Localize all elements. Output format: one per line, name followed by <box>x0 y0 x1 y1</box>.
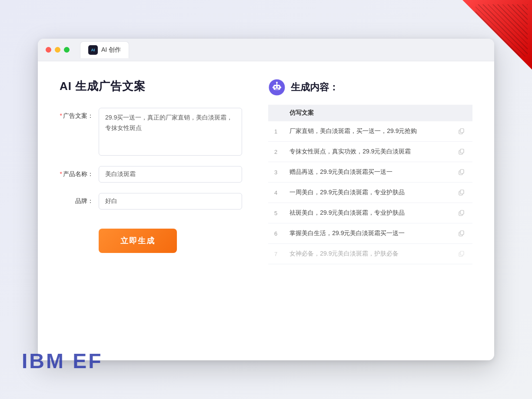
row-text: 女神必备，29.9元美白淡斑霜，护肤必备 <box>283 244 451 264</box>
svg-rect-16 <box>460 190 464 194</box>
main-content: AI 生成广告文案 *广告文案： *产品名称： 品牌： 立即生成 <box>38 61 494 360</box>
copy-cell <box>451 244 472 264</box>
row-number: 2 <box>268 142 283 162</box>
table-row: 4一周美白，29.9元美白淡斑霜，专业护肤品 <box>268 183 472 203</box>
close-button[interactable] <box>46 47 51 53</box>
col-text-header: 仿写文案 <box>283 105 451 121</box>
row-number: 7 <box>268 244 283 264</box>
product-name-group: *产品名称： <box>60 166 242 183</box>
copy-button[interactable] <box>457 188 466 197</box>
app-window: AI AI 创作 AI 生成广告文案 *广告文案： *产品名称： <box>38 39 494 360</box>
product-name-label: *产品名称： <box>60 166 99 178</box>
ad-copy-group: *广告文案： <box>60 108 242 156</box>
copy-button[interactable] <box>457 249 466 259</box>
copy-button[interactable] <box>457 167 466 177</box>
left-panel: AI 生成广告文案 *广告文案： *产品名称： 品牌： 立即生成 <box>60 79 242 343</box>
col-copy-header <box>451 105 472 121</box>
window-controls <box>46 47 70 53</box>
copy-button[interactable] <box>457 208 466 218</box>
table-header-row: 仿写文案 <box>268 105 472 121</box>
svg-rect-4 <box>275 89 279 90</box>
right-header: 生成内容： <box>268 79 472 96</box>
table-row: 5祛斑美白，29.9元美白淡斑霜，专业护肤品 <box>268 203 472 223</box>
product-name-input[interactable] <box>99 166 242 183</box>
svg-rect-12 <box>460 149 464 153</box>
ad-copy-label: *广告文案： <box>60 108 99 120</box>
table-row: 1厂家直销，美白淡斑霜，买一送一，29.9元抢购 <box>268 121 472 142</box>
right-title: 生成内容： <box>291 81 339 94</box>
ai-tab[interactable]: AI AI 创作 <box>80 41 129 58</box>
page-title: AI 生成广告文案 <box>60 79 242 94</box>
required-star-1: * <box>60 112 62 119</box>
svg-rect-14 <box>460 170 464 173</box>
copy-cell <box>451 183 472 203</box>
brand-input[interactable] <box>99 193 242 209</box>
svg-rect-22 <box>460 251 464 255</box>
svg-rect-10 <box>460 129 464 133</box>
brand-label: 品牌： <box>60 193 99 205</box>
brand-group: 品牌： <box>60 193 242 209</box>
copy-cell <box>451 223 472 244</box>
row-number: 3 <box>268 162 283 183</box>
row-text: 厂家直销，美白淡斑霜，买一送一，29.9元抢购 <box>283 121 451 142</box>
ad-copy-input[interactable] <box>99 108 242 156</box>
row-text: 赠品再送，29.9元美白淡斑霜买一送一 <box>283 162 451 183</box>
row-number: 1 <box>268 121 283 142</box>
table-row: 3赠品再送，29.9元美白淡斑霜买一送一 <box>268 162 472 183</box>
svg-point-6 <box>276 82 278 83</box>
col-num-header <box>268 105 283 121</box>
copy-button[interactable] <box>457 229 466 238</box>
ibm-ef-decoration: IBM EF <box>22 349 103 373</box>
svg-rect-20 <box>460 231 464 235</box>
copy-cell <box>451 142 472 162</box>
row-text: 掌握美白生活，29.9元美白淡斑霜买一送一 <box>283 223 451 244</box>
svg-rect-18 <box>460 210 464 214</box>
right-panel: 生成内容： 仿写文案 1厂家直销，美白淡斑霜，买一送一，29.9元抢购2专抹女性… <box>268 79 472 343</box>
svg-point-3 <box>278 86 279 88</box>
maximize-button[interactable] <box>64 47 70 53</box>
required-star-2: * <box>60 170 62 177</box>
svg-point-2 <box>275 86 276 88</box>
row-text: 祛斑美白，29.9元美白淡斑霜，专业护肤品 <box>283 203 451 223</box>
titlebar: AI AI 创作 <box>38 39 494 61</box>
copy-cell <box>451 162 472 183</box>
table-row: 2专抹女性斑点，真实功效，29.9元美白淡斑霜 <box>268 142 472 162</box>
table-row: 7女神必备，29.9元美白淡斑霜，护肤必备 <box>268 244 472 264</box>
tab-label: AI 创作 <box>101 46 121 54</box>
copy-button[interactable] <box>457 126 466 136</box>
row-number: 4 <box>268 183 283 203</box>
copy-cell <box>451 121 472 142</box>
copy-button[interactable] <box>457 147 466 156</box>
ai-tab-icon: AI <box>88 45 98 55</box>
row-text: 专抹女性斑点，真实功效，29.9元美白淡斑霜 <box>283 142 451 162</box>
table-row: 6掌握美白生活，29.9元美白淡斑霜买一送一 <box>268 223 472 244</box>
svg-rect-7 <box>273 86 274 88</box>
generate-button[interactable]: 立即生成 <box>99 229 177 253</box>
row-number: 6 <box>268 223 283 244</box>
svg-rect-8 <box>280 86 281 88</box>
results-table: 仿写文案 1厂家直销，美白淡斑霜，买一送一，29.9元抢购2专抹女性斑点，真实功… <box>268 105 472 264</box>
minimize-button[interactable] <box>55 47 60 53</box>
copy-cell <box>451 203 472 223</box>
row-number: 5 <box>268 203 283 223</box>
robot-icon <box>268 79 286 96</box>
row-text: 一周美白，29.9元美白淡斑霜，专业护肤品 <box>283 183 451 203</box>
